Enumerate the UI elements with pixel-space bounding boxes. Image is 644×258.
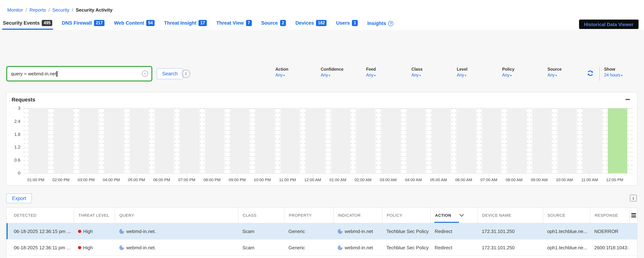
column-header-source[interactable]: SOURCE <box>543 208 590 223</box>
filter-action: Action Any▾ <box>276 67 321 77</box>
chart-hour-cell <box>250 108 275 173</box>
filter-class: Class Any▾ <box>412 67 457 77</box>
threat-indicator-icon <box>338 229 343 234</box>
chart-x-tick-label: 07:00 PM <box>174 175 200 182</box>
filter-class-dropdown[interactable]: Any▾ <box>412 73 457 77</box>
table-row[interactable]: 06-18-2025 12:36:11 pm ... High webmd-in… <box>6 256 637 258</box>
cell-detected: 06-18-2025 12:36:11 pm ... <box>6 245 74 250</box>
cell-device-name: 172.31.101.250 <box>478 229 543 234</box>
column-header-detected[interactable]: DETECTED <box>6 208 74 223</box>
filter-policy-dropdown[interactable]: Any▾ <box>502 73 548 77</box>
search-button[interactable]: Search <box>157 68 183 79</box>
filter-action-dropdown[interactable]: Any▾ <box>276 73 321 77</box>
dropdown-caret-icon: ▾ <box>420 74 421 77</box>
tab-source[interactable]: Source 2 <box>260 20 287 30</box>
tab-insights[interactable]: Insights <box>367 21 394 30</box>
chart-hour-cell <box>527 108 552 173</box>
filter-confidence: Confidence Any▾ <box>321 67 366 77</box>
chart-x-tick-label: 12:00 AM <box>300 175 325 182</box>
table-row[interactable]: 06-18-2025 12:36:11 pm ... High webmd-in… <box>6 239 637 256</box>
tab-security-events[interactable]: Security Events 495 <box>2 20 53 30</box>
tab-threat-view[interactable]: Threat View 7 <box>216 20 252 30</box>
threat-indicator-icon <box>338 245 343 250</box>
chart-x-tick-label: 05:00 AM <box>426 175 451 182</box>
breadcrumb-separator: / <box>72 7 73 13</box>
threat-level-high-dot-icon <box>78 230 81 233</box>
breadcrumb-separator: / <box>48 7 50 13</box>
column-header-policy[interactable]: POLICY <box>382 208 430 223</box>
filter-level-dropdown[interactable]: Any▾ <box>457 73 502 77</box>
table-info-icon[interactable] <box>630 195 637 202</box>
chart-x-tick-label: 11:00 AM <box>577 175 602 182</box>
clear-search-icon[interactable] <box>142 71 148 77</box>
tab-label: Devices <box>295 20 314 26</box>
cell-class: Scam <box>238 229 284 234</box>
cell-threat-level: High <box>74 229 115 234</box>
breadcrumb-link-security[interactable]: Security <box>52 7 69 13</box>
chart-hour-cell <box>174 108 200 173</box>
cell-detected: 06-18-2025 12:36:15 pm ... <box>6 229 74 234</box>
chart-plot-area <box>23 108 633 173</box>
chart-hour-cell <box>577 108 602 173</box>
breadcrumb-link-reports[interactable]: Reports <box>30 7 46 13</box>
chart-hour-cell <box>476 108 502 173</box>
filter-label: Show <box>604 67 626 71</box>
tab-dns-firewall[interactable]: DNS Firewall 217 <box>61 20 105 30</box>
cell-device-name: 172.31.101.250 <box>478 245 543 250</box>
chart-y-axis: 32.41.81.20.60 <box>11 108 23 173</box>
search-input-focused-frame: query = webmd-in.net <box>6 66 152 81</box>
filter-confidence-dropdown[interactable]: Any▾ <box>321 73 366 77</box>
filter-value: 24 hours <box>604 73 620 77</box>
chart-x-tick-label: 06:00 PM <box>149 175 174 182</box>
chart-x-tick-label: 11:00 PM <box>275 175 300 182</box>
cell-response: 2600:1f18:1043:... <box>590 245 629 250</box>
filter-feed-dropdown[interactable]: Any▾ <box>366 73 412 77</box>
page-body-background: query = webmd-in.net Search Action Any▾ … <box>0 30 644 258</box>
tab-devices[interactable]: Devices 182 <box>294 20 327 30</box>
filter-value: Any <box>366 73 373 77</box>
column-header-indicator[interactable]: INDICATOR <box>333 208 382 223</box>
refresh-icon[interactable] <box>586 69 594 77</box>
column-header-threat-level[interactable]: THREAT LEVEL <box>74 208 115 223</box>
column-header-property[interactable]: PROPERTY <box>284 208 333 223</box>
column-header-device-name[interactable]: DEVICE NAME <box>478 208 543 223</box>
export-button[interactable]: Export <box>6 194 32 203</box>
tab-label: Web Content <box>114 20 144 26</box>
requests-panel-title: Requests <box>12 97 35 103</box>
chart-hour-cell <box>224 108 250 173</box>
column-header-response[interactable]: RESPONSE <box>590 208 629 223</box>
filter-source-dropdown[interactable]: Any▾ <box>548 73 593 77</box>
tab-users[interactable]: Users 1 <box>336 20 359 30</box>
cell-indicator: webmd-in.net <box>333 245 382 250</box>
table-row[interactable]: 06-18-2025 12:36:15 pm ... High webmd-in… <box>6 223 637 239</box>
tab-bar: Security Events 495 DNS Firewall 217 Web… <box>2 18 553 30</box>
help-question-icon[interactable] <box>388 21 393 26</box>
search-input[interactable]: query = webmd-in.net <box>7 67 142 80</box>
tab-web-content[interactable]: Web Content 54 <box>113 20 155 30</box>
historical-data-viewer-button[interactable]: Historical Data Viewer <box>579 19 638 29</box>
chart-hour-cell <box>23 108 48 173</box>
chart-hour-cell <box>48 108 74 173</box>
breadcrumb-link-monitor[interactable]: Monitor <box>7 7 23 13</box>
collapse-panel-icon[interactable] <box>626 99 630 100</box>
table-menu-icon[interactable] <box>631 212 636 218</box>
tab-count-badge: 54 <box>146 20 154 26</box>
cell-threat-level: High <box>74 245 115 250</box>
cell-source: oph1.techblue.ne... <box>543 229 590 234</box>
events-table: DETECTED THREAT LEVEL QUERY CLASS PROPER… <box>6 207 638 258</box>
filter-bar: Action Any▾ Confidence Any▾ Feed Any▾ Cl… <box>276 67 626 81</box>
chart-hour-cell <box>300 108 325 173</box>
tab-count-badge: 495 <box>42 20 52 26</box>
cell-source: oph1.techblue.ne... <box>543 245 590 250</box>
chart-hour-cell <box>99 108 124 173</box>
tab-threat-insight[interactable]: Threat Insight 17 <box>163 20 208 30</box>
chart-x-tick-label: 03:00 PM <box>74 175 99 182</box>
dropdown-caret-icon: ▾ <box>329 74 330 77</box>
show-range-dropdown[interactable]: 24 hours▾ <box>604 73 626 77</box>
column-header-action[interactable]: ACTION <box>430 208 478 223</box>
column-header-query[interactable]: QUERY <box>115 208 238 223</box>
filter-value: Any <box>457 73 464 77</box>
column-header-class[interactable]: CLASS <box>238 208 284 223</box>
search-info-icon[interactable] <box>182 70 190 78</box>
cell-query: webmd-in.net. <box>115 229 238 234</box>
